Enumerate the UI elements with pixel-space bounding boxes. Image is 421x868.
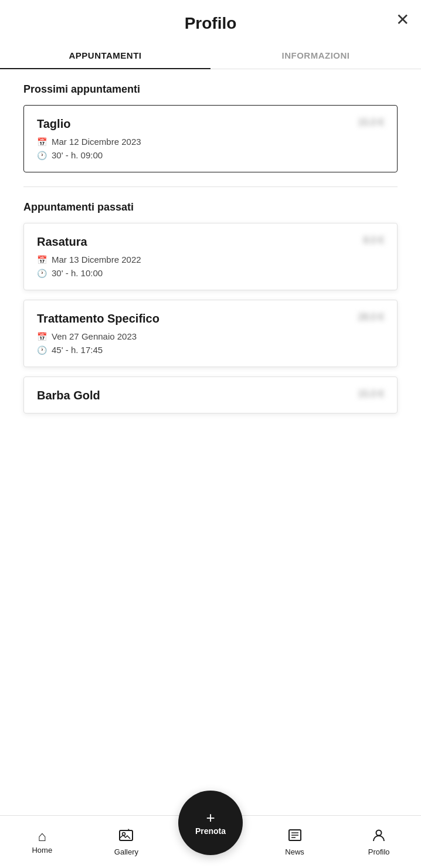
header: Profilo ✕ [0, 0, 421, 42]
past-appointment-price-3: 15.0 € [358, 389, 384, 399]
prenota-button[interactable]: + Prenota [178, 791, 243, 855]
news-icon [287, 828, 303, 845]
past-appointment-time-2: 🕐 45' - h. 17:45 [37, 345, 384, 355]
past-appointment-date-2: 📅 Ven 27 Gennaio 2023 [37, 331, 384, 341]
clock-icon-2: 🕐 [37, 345, 47, 355]
svg-point-6 [376, 830, 382, 836]
nav-home-label: Home [32, 846, 52, 855]
fab-container: + Prenota [178, 791, 243, 855]
main-content: Prossimi appuntamenti Taglio 15.0 € 📅 Ma… [0, 69, 421, 507]
calendar-icon-2: 📅 [37, 332, 47, 341]
card-header-2: Trattamento Specifico 28.0 € [37, 312, 384, 326]
tabs-container: APPUNTAMENTI INFORMAZIONI [0, 42, 421, 69]
past-appointment-price-2: 28.0 € [358, 312, 384, 323]
calendar-icon-1: 📅 [37, 255, 47, 265]
appointment-date: 📅 Mar 12 Dicembre 2023 [37, 137, 384, 147]
nav-news[interactable]: News [271, 828, 318, 856]
svg-rect-0 [120, 830, 133, 840]
upcoming-section-title: Prossimi appuntamenti [23, 83, 398, 96]
appointment-price: 15.0 € [358, 117, 384, 128]
past-section-title: Appuntamenti passati [23, 201, 398, 213]
tab-appuntamenti[interactable]: APPUNTAMENTI [0, 42, 210, 69]
home-icon: ⌂ [38, 829, 47, 843]
past-appointment-date-1: 📅 Mar 13 Dicembre 2022 [37, 255, 384, 265]
section-divider [23, 187, 398, 187]
past-appointment-name-1: Rasatura [37, 235, 87, 249]
clock-icon-1: 🕐 [37, 269, 47, 278]
nav-gallery-label: Gallery [114, 847, 138, 856]
past-appointment-card-1[interactable]: Rasatura 8.0 € 📅 Mar 13 Dicembre 2022 🕐 … [23, 223, 398, 290]
past-appointment-name-2: Trattamento Specifico [37, 312, 159, 326]
gallery-icon [118, 828, 134, 845]
appointment-name: Taglio [37, 117, 70, 131]
nav-profilo-label: Profilo [368, 847, 390, 856]
clock-icon: 🕐 [37, 151, 47, 160]
appointment-time: 🕐 30' - h. 09:00 [37, 150, 384, 160]
past-appointment-price-1: 8.0 € [363, 235, 384, 246]
upcoming-appointment-card[interactable]: Taglio 15.0 € 📅 Mar 12 Dicembre 2023 🕐 3… [23, 105, 398, 172]
past-appointment-name-3: Barba Gold [37, 389, 100, 402]
past-appointment-card-3-partial[interactable]: Barba Gold 15.0 € [23, 377, 398, 413]
profile-icon [371, 828, 386, 845]
close-button[interactable]: ✕ [396, 12, 409, 28]
calendar-icon: 📅 [37, 137, 47, 147]
nav-home[interactable]: ⌂ Home [19, 829, 66, 855]
past-appointment-card-2[interactable]: Trattamento Specifico 28.0 € 📅 Ven 27 Ge… [23, 300, 398, 367]
fab-plus-icon: + [206, 810, 215, 825]
card-header-1: Rasatura 8.0 € [37, 235, 384, 249]
tab-informazioni[interactable]: INFORMAZIONI [210, 42, 421, 69]
card-header: Taglio 15.0 € [37, 117, 384, 131]
nav-profilo[interactable]: Profilo [355, 828, 402, 856]
past-appointment-time-1: 🕐 30' - h. 10:00 [37, 268, 384, 278]
card-header-3: Barba Gold 15.0 € [37, 389, 384, 402]
nav-news-label: News [285, 847, 304, 856]
page-title: Profilo [185, 14, 237, 33]
fab-label: Prenota [195, 826, 226, 836]
nav-gallery[interactable]: Gallery [103, 828, 150, 856]
